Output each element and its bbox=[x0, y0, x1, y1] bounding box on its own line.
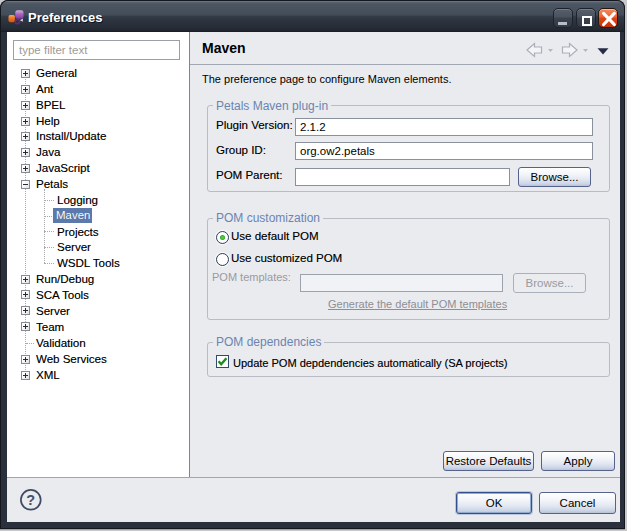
svg-text:?: ? bbox=[26, 492, 35, 508]
